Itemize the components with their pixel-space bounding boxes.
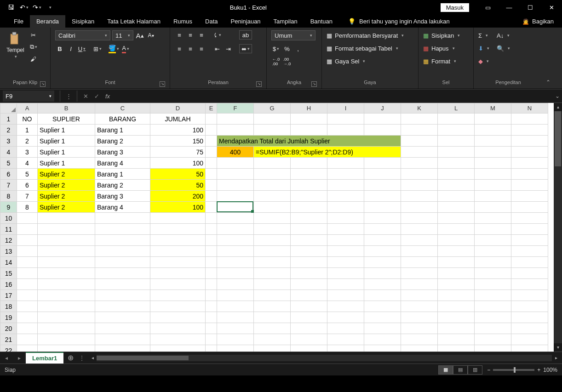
cell-C15[interactable] (95, 268, 150, 279)
cell-A1[interactable]: NO (17, 114, 38, 125)
cell-M15[interactable] (475, 268, 511, 279)
cell-G9[interactable] (254, 202, 291, 213)
row-header-16[interactable]: 16 (0, 279, 17, 290)
underline-button[interactable]: U▾ (77, 44, 86, 53)
cell-N12[interactable] (511, 235, 548, 246)
cell-C5[interactable]: Barang 4 (95, 158, 150, 169)
cell-B5[interactable]: Suplier 1 (38, 158, 95, 169)
fill-color-button[interactable]: 🪣▾ (109, 44, 119, 53)
column-header-I[interactable]: I (327, 103, 364, 114)
cell-E22[interactable] (206, 345, 217, 352)
cell-A9[interactable]: 8 (17, 202, 38, 213)
sheet-tab-lembar1[interactable]: Lembar1 (26, 352, 63, 364)
share-button[interactable]: 🙍 Bagikan (522, 18, 554, 25)
close-button[interactable]: ✕ (541, 0, 562, 15)
cut-icon[interactable]: ✂ (29, 30, 38, 40)
cell-L11[interactable] (438, 224, 475, 235)
cell-A8[interactable]: 7 (17, 191, 38, 202)
cell-A12[interactable] (17, 235, 38, 246)
cell-N11[interactable] (511, 224, 548, 235)
cell-E2[interactable] (206, 125, 217, 136)
cell-B14[interactable] (38, 257, 95, 268)
cell-E7[interactable] (206, 180, 217, 191)
row-header-21[interactable]: 21 (0, 334, 17, 345)
cell-F2[interactable] (217, 125, 254, 136)
cell-J17[interactable] (364, 290, 401, 301)
cell-E18[interactable] (206, 301, 217, 312)
column-header-N[interactable]: N (511, 103, 548, 114)
column-header-M[interactable]: M (475, 103, 511, 114)
cell-L15[interactable] (438, 268, 475, 279)
cell-A13[interactable] (17, 246, 38, 257)
border-button[interactable]: ⊞▾ (93, 44, 102, 53)
cell-K3[interactable] (401, 136, 438, 147)
cell-G21[interactable] (254, 334, 291, 345)
paste-button[interactable]: Tempel ▾ (5, 30, 26, 60)
cell-A19[interactable] (17, 312, 38, 323)
autosum-button[interactable]: Σ▾ (478, 30, 489, 40)
copy-icon[interactable]: ⧉▾ (29, 42, 38, 51)
cell-F8[interactable] (217, 191, 254, 202)
cell-D7[interactable]: 50 (150, 180, 206, 191)
cell-L7[interactable] (438, 180, 475, 191)
cell-B12[interactable] (38, 235, 95, 246)
cell-B10[interactable] (38, 213, 95, 224)
column-header-E[interactable]: E (206, 103, 217, 114)
cell-F22[interactable] (217, 345, 254, 352)
cell-K8[interactable] (401, 191, 438, 202)
minimize-button[interactable]: — (499, 0, 520, 15)
cell-B6[interactable]: Suplier 2 (38, 169, 95, 180)
cancel-formula-icon[interactable]: ✕ (80, 91, 91, 102)
cell-A6[interactable]: 5 (17, 169, 38, 180)
cell-J5[interactable] (364, 158, 401, 169)
cell-I22[interactable] (327, 345, 364, 352)
row-header-10[interactable]: 10 (0, 213, 17, 224)
cell-N9[interactable] (511, 202, 548, 213)
column-header-C[interactable]: C (95, 103, 150, 114)
cell-I10[interactable] (327, 213, 364, 224)
cell-B13[interactable] (38, 246, 95, 257)
cell-F11[interactable] (217, 224, 254, 235)
cell-I13[interactable] (327, 246, 364, 257)
cell-M22[interactable] (475, 345, 511, 352)
cell-M3[interactable] (475, 136, 511, 147)
insert-cells-button[interactable]: ▦Sisipkan▾ (423, 30, 460, 40)
format-painter-icon[interactable]: 🖌 (29, 54, 38, 63)
cell-M7[interactable] (475, 180, 511, 191)
tab-sisipkan[interactable]: Sisipkan (65, 15, 101, 28)
cell-M14[interactable] (475, 257, 511, 268)
row-header-22[interactable]: 22 (0, 345, 17, 352)
cell-A20[interactable] (17, 323, 38, 334)
cell-N21[interactable] (511, 334, 548, 345)
font-name-dropdown[interactable]: Calibri▾ (55, 30, 110, 40)
cell-N10[interactable] (511, 213, 548, 224)
cell-N20[interactable] (511, 323, 548, 334)
align-top-icon[interactable]: ≡ (175, 30, 184, 40)
cell-H8[interactable] (291, 191, 327, 202)
cell-F15[interactable] (217, 268, 254, 279)
cell-E4[interactable] (206, 147, 217, 158)
zoom-level[interactable]: 100% (543, 367, 557, 373)
column-header-L[interactable]: L (438, 103, 475, 114)
cell-G6[interactable] (254, 169, 291, 180)
cell-L22[interactable] (438, 345, 475, 352)
cell-D1[interactable]: JUMLAH (150, 114, 206, 125)
cell-D3[interactable]: 150 (150, 136, 206, 147)
cell-L13[interactable] (438, 246, 475, 257)
format-cells-button[interactable]: ▦Format▾ (423, 56, 456, 66)
cell-M20[interactable] (475, 323, 511, 334)
alignment-dialog-icon[interactable]: ↘ (256, 81, 262, 87)
cell-L10[interactable] (438, 213, 475, 224)
cell-M19[interactable] (475, 312, 511, 323)
cell-J21[interactable] (364, 334, 401, 345)
page-layout-view-button[interactable]: ▤ (453, 365, 468, 375)
cell-K15[interactable] (401, 268, 438, 279)
tell-me-search[interactable]: 💡 Beri tahu yang ingin Anda lakukan (348, 18, 450, 25)
cell-G20[interactable] (254, 323, 291, 334)
cell-G18[interactable] (254, 301, 291, 312)
cell-F14[interactable] (217, 257, 254, 268)
column-header-H[interactable]: H (291, 103, 327, 114)
cell-K5[interactable] (401, 158, 438, 169)
cell-D22[interactable] (150, 345, 206, 352)
cell-A22[interactable] (17, 345, 38, 352)
